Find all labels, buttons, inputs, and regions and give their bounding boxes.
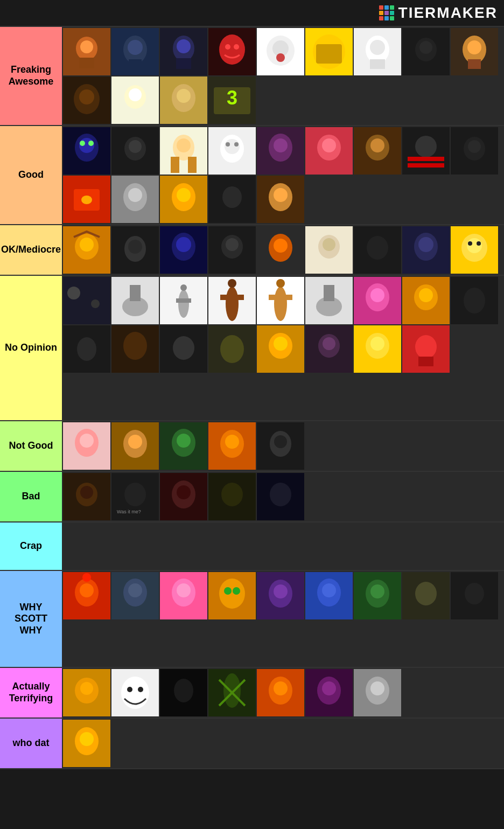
list-item[interactable] bbox=[305, 277, 353, 324]
list-item[interactable] bbox=[354, 277, 401, 324]
list-item[interactable] bbox=[160, 572, 207, 619]
list-item[interactable] bbox=[208, 277, 256, 324]
list-item[interactable] bbox=[111, 76, 159, 124]
tier-label-crap: Crap bbox=[0, 523, 62, 570]
list-item[interactable] bbox=[354, 226, 401, 274]
list-item[interactable] bbox=[451, 277, 498, 324]
list-item[interactable] bbox=[257, 669, 304, 716]
tier-content-why-scott-why bbox=[62, 571, 504, 667]
list-item[interactable] bbox=[63, 76, 110, 124]
list-item[interactable] bbox=[63, 176, 110, 223]
list-item[interactable] bbox=[160, 422, 207, 470]
list-item[interactable] bbox=[305, 669, 353, 716]
list-item[interactable] bbox=[402, 226, 450, 274]
list-item[interactable] bbox=[63, 127, 110, 175]
list-item[interactable] bbox=[257, 277, 304, 324]
list-item[interactable] bbox=[354, 669, 401, 716]
list-item[interactable] bbox=[160, 76, 207, 124]
list-item[interactable] bbox=[208, 127, 256, 175]
list-item[interactable] bbox=[208, 325, 256, 373]
svg-point-250 bbox=[80, 732, 94, 746]
list-item[interactable] bbox=[402, 127, 450, 175]
list-item[interactable] bbox=[63, 720, 110, 767]
list-item[interactable] bbox=[257, 325, 304, 373]
list-item[interactable] bbox=[160, 176, 207, 223]
list-item[interactable] bbox=[402, 325, 450, 373]
list-item[interactable] bbox=[257, 127, 304, 175]
list-item[interactable] bbox=[305, 127, 353, 175]
svg-point-39 bbox=[129, 88, 142, 101]
svg-point-85 bbox=[128, 188, 142, 202]
svg-point-211 bbox=[224, 587, 232, 595]
list-item[interactable] bbox=[111, 572, 159, 619]
list-item[interactable] bbox=[402, 572, 450, 619]
list-item[interactable] bbox=[451, 572, 498, 619]
list-item[interactable] bbox=[111, 28, 159, 75]
list-item[interactable] bbox=[257, 226, 304, 274]
list-item[interactable] bbox=[451, 28, 498, 75]
list-item[interactable] bbox=[257, 572, 304, 619]
tier-row-not-good: Not Good bbox=[0, 421, 504, 472]
list-item[interactable] bbox=[305, 28, 353, 75]
list-item[interactable]: Was it me? bbox=[111, 473, 159, 520]
list-item[interactable] bbox=[257, 473, 304, 520]
list-item[interactable] bbox=[354, 28, 401, 75]
brand-logo: TIERMAKER bbox=[379, 4, 498, 22]
list-item[interactable] bbox=[111, 325, 159, 373]
list-item[interactable] bbox=[257, 422, 304, 470]
svg-point-53 bbox=[129, 140, 142, 153]
tier-row-actually-terrifying: Actually Terrifying bbox=[0, 668, 504, 719]
list-item[interactable] bbox=[160, 473, 207, 520]
list-item[interactable] bbox=[257, 28, 304, 75]
list-item[interactable] bbox=[305, 325, 353, 373]
list-item[interactable] bbox=[451, 226, 498, 274]
list-item[interactable] bbox=[305, 226, 353, 274]
list-item[interactable] bbox=[111, 226, 159, 274]
list-item[interactable] bbox=[160, 277, 207, 324]
list-item[interactable] bbox=[208, 422, 256, 470]
list-item[interactable] bbox=[160, 226, 207, 274]
list-item[interactable] bbox=[451, 127, 498, 175]
svg-point-173 bbox=[80, 434, 94, 448]
list-item[interactable] bbox=[305, 572, 353, 619]
tier-label-good: Good bbox=[0, 126, 62, 224]
list-item[interactable] bbox=[111, 127, 159, 175]
list-item[interactable] bbox=[354, 325, 401, 373]
list-item[interactable] bbox=[63, 669, 110, 716]
list-item[interactable] bbox=[63, 277, 110, 324]
list-item[interactable] bbox=[63, 28, 110, 75]
list-item[interactable] bbox=[208, 28, 256, 75]
list-item[interactable] bbox=[160, 28, 207, 75]
list-item[interactable] bbox=[63, 422, 110, 470]
svg-point-90 bbox=[222, 186, 242, 208]
svg-point-74 bbox=[415, 136, 437, 157]
list-item[interactable] bbox=[63, 325, 110, 373]
list-item[interactable] bbox=[63, 572, 110, 619]
list-item[interactable] bbox=[354, 127, 401, 175]
list-item[interactable] bbox=[63, 226, 110, 274]
list-item[interactable] bbox=[402, 28, 450, 75]
list-item[interactable]: 3 bbox=[208, 76, 256, 124]
list-item[interactable] bbox=[402, 277, 450, 324]
list-item[interactable] bbox=[208, 176, 256, 223]
list-item[interactable] bbox=[111, 277, 159, 324]
list-item[interactable] bbox=[208, 572, 256, 619]
list-item[interactable] bbox=[111, 669, 159, 716]
list-item[interactable] bbox=[257, 176, 304, 223]
list-item[interactable] bbox=[160, 669, 207, 716]
tier-content-who-dat bbox=[62, 719, 504, 768]
list-item[interactable] bbox=[111, 422, 159, 470]
svg-point-129 bbox=[178, 290, 189, 318]
list-item[interactable] bbox=[208, 226, 256, 274]
list-item[interactable] bbox=[63, 473, 110, 520]
list-item[interactable] bbox=[208, 473, 256, 520]
list-item[interactable] bbox=[111, 176, 159, 223]
list-item[interactable] bbox=[160, 127, 207, 175]
tier-content-ok-mediocre bbox=[62, 225, 504, 275]
list-item[interactable] bbox=[354, 572, 401, 619]
list-item[interactable] bbox=[208, 669, 256, 716]
svg-point-190 bbox=[124, 483, 146, 506]
svg-point-150 bbox=[464, 288, 485, 314]
svg-point-121 bbox=[477, 241, 481, 246]
list-item[interactable] bbox=[160, 325, 207, 373]
